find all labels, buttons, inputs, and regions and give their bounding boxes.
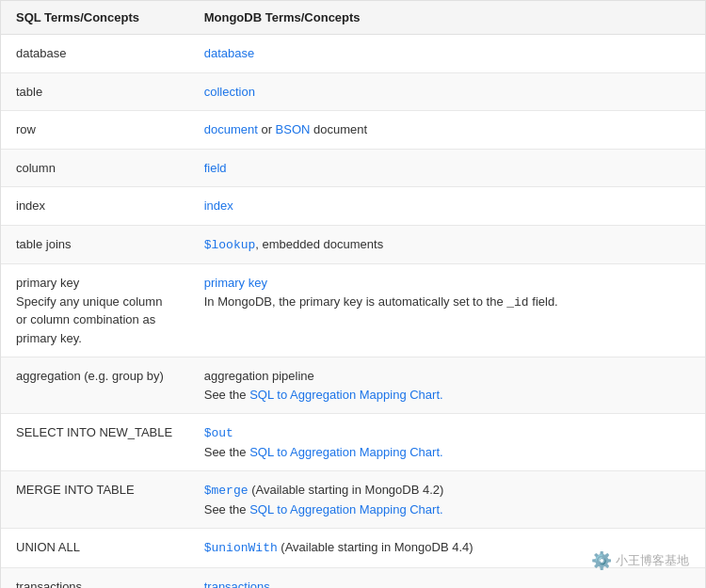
table-row: MERGE INTO TABLE$merge (Available starti…	[1, 471, 705, 529]
table-row: aggregation (e.g. group by)aggregation p…	[1, 358, 705, 414]
table-row: indexindex	[1, 187, 705, 226]
table-row: columnfield	[1, 149, 705, 187]
header-mongo: MongoDB Terms/Concepts	[189, 1, 705, 35]
sql-cell: primary keySpecify any unique column or …	[1, 264, 189, 358]
mongo-cell: document or BSON document	[189, 111, 705, 150]
mongo-cell: database	[189, 35, 705, 73]
sql-cell: MERGE INTO TABLE	[1, 471, 189, 529]
mongo-link[interactable]: SQL to Aggregation Mapping Chart.	[249, 388, 442, 402]
sql-cell: row	[1, 111, 189, 150]
watermark-label: 小王博客基地	[616, 552, 689, 569]
inline-code: _id	[506, 295, 528, 310]
mongo-link[interactable]: document	[204, 122, 258, 136]
sql-cell: table joins	[1, 225, 189, 264]
mongo-cell: aggregation pipelineSee the SQL to Aggre…	[189, 358, 705, 414]
mongo-cell: $merge (Available starting in MongoDB 4.…	[189, 471, 705, 529]
table-row: table joins$lookup, embedded documents	[1, 225, 705, 264]
table-row: SELECT INTO NEW_TABLE$outSee the SQL to …	[1, 414, 705, 471]
sql-cell: SELECT INTO NEW_TABLE	[1, 414, 189, 471]
mongo-link[interactable]: index	[204, 199, 233, 213]
sql-cell: database	[1, 35, 189, 73]
mongo-cell: index	[189, 187, 705, 226]
mongo-cell: $outSee the SQL to Aggregation Mapping C…	[189, 414, 705, 471]
mongo-mono-link[interactable]: $merge	[204, 484, 249, 498]
comparison-table: SQL Terms/Concepts MongoDB Terms/Concept…	[1, 1, 705, 588]
table-header-row: SQL Terms/Concepts MongoDB Terms/Concept…	[1, 1, 705, 35]
sql-cell: transactions	[1, 567, 189, 588]
sql-cell: UNION ALL	[1, 529, 189, 568]
mongo-link[interactable]: collection	[204, 85, 255, 99]
mongo-link[interactable]: transactions	[204, 580, 270, 589]
mongo-cell: $lookup, embedded documents	[189, 225, 705, 264]
sql-cell: aggregation (e.g. group by)	[1, 358, 189, 414]
table-row: tablecollection	[1, 72, 705, 111]
mongo-link[interactable]: database	[204, 46, 255, 60]
mongo-cell: primary keyIn MongoDB, the primary key i…	[189, 264, 705, 358]
sql-cell: table	[1, 72, 189, 111]
mongo-mono-link[interactable]: $unionWith	[204, 541, 278, 555]
mongo-mono-link[interactable]: $out	[204, 426, 233, 440]
sql-cell: column	[1, 149, 189, 187]
mongo-cell: field	[189, 149, 705, 187]
mongo-link[interactable]: SQL to Aggregation Mapping Chart.	[249, 445, 442, 459]
sql-cell: index	[1, 187, 189, 226]
watermark-icon: ⚙️	[591, 550, 612, 571]
table-row: primary keySpecify any unique column or …	[1, 264, 705, 358]
table-row: rowdocument or BSON document	[1, 111, 705, 150]
mongo-link[interactable]: SQL to Aggregation Mapping Chart.	[249, 502, 442, 516]
mongo-link[interactable]: BSON	[276, 122, 311, 136]
mongo-mono-link[interactable]: $lookup	[204, 238, 256, 252]
table-row: databasedatabase	[1, 35, 705, 73]
mongo-link[interactable]: primary key	[204, 276, 267, 290]
watermark: ⚙️ 小王博客基地	[591, 550, 689, 571]
mongo-cell: collection	[189, 72, 705, 111]
header-sql: SQL Terms/Concepts	[1, 1, 189, 35]
main-table-container: SQL Terms/Concepts MongoDB Terms/Concept…	[0, 0, 706, 588]
mongo-link[interactable]: field	[204, 161, 227, 175]
